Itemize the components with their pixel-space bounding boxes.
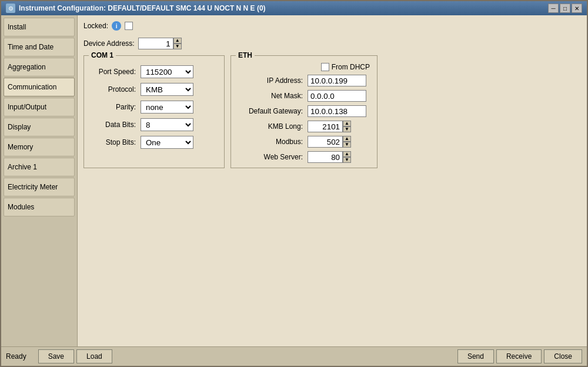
locked-checkbox[interactable] [125, 22, 133, 30]
stop-bits-label: Stop Bits: [89, 138, 136, 146]
net-mask-row: Net Mask: [238, 90, 370, 102]
sidebar-item-communication[interactable]: Communication [4, 78, 75, 96]
sidebar-item-aggregation[interactable]: Aggregation [4, 58, 75, 76]
web-server-up-button[interactable]: ▲ [343, 151, 351, 157]
ip-address-label: IP Address: [238, 76, 303, 85]
send-button[interactable]: Send [457, 349, 494, 363]
device-address-input[interactable] [138, 38, 173, 49]
sidebar-item-memory[interactable]: Memory [4, 138, 75, 156]
web-server-row: Web Server: ▲ ▼ [238, 151, 370, 163]
stop-bits-row: Stop Bits: One Two [89, 136, 219, 149]
eth-group: ETH From DHCP IP Address: Net Mask: [230, 55, 377, 168]
receive-button[interactable]: Receive [496, 349, 542, 363]
left-buttons: Save Load [38, 349, 112, 363]
sidebar-item-archive-1[interactable]: Archive 1 [4, 158, 75, 176]
web-server-input[interactable] [308, 151, 343, 163]
panels-row: COM 1 Port Speed: 115200 57600 38400 192… [83, 55, 581, 168]
port-speed-label: Port Speed: [89, 68, 136, 76]
device-address-label: Device Address: [83, 39, 135, 48]
port-speed-select[interactable]: 115200 57600 38400 19200 9600 [141, 65, 193, 78]
locked-row: Locked: i [83, 21, 581, 31]
parity-select[interactable]: none even odd [141, 101, 193, 114]
sidebar-item-install[interactable]: Install [4, 18, 75, 36]
modbus-label: Modbus: [238, 138, 303, 146]
kmb-long-spinbox: ▲ ▼ [308, 121, 351, 132]
sidebar-item-time-and-date[interactable]: Time and Date [4, 38, 75, 56]
sidebar-item-electricity-meter[interactable]: Electricity Meter [4, 178, 75, 196]
stop-bits-select[interactable]: One Two [141, 136, 193, 149]
info-icon[interactable]: i [112, 21, 121, 31]
from-dhcp-row: From DHCP [238, 63, 370, 71]
sidebar: Install Time and Date Aggregation Commun… [1, 15, 78, 346]
web-server-spinbox: ▲ ▼ [308, 151, 351, 163]
default-gateway-input[interactable] [308, 105, 366, 117]
port-speed-row: Port Speed: 115200 57600 38400 19200 960… [89, 65, 219, 78]
device-address-up-button[interactable]: ▲ [173, 38, 182, 44]
parity-row: Parity: none even odd [89, 101, 219, 114]
maximize-button[interactable]: □ [560, 4, 570, 13]
data-bits-select[interactable]: 8 7 [141, 118, 193, 131]
modbus-down-button[interactable]: ▼ [343, 142, 351, 148]
load-button[interactable]: Load [76, 349, 112, 363]
kmb-long-up-button[interactable]: ▲ [343, 121, 351, 126]
close-button[interactable]: ✕ [572, 4, 582, 13]
from-dhcp-checkbox[interactable] [321, 63, 329, 71]
from-dhcp-label: From DHCP [332, 63, 370, 71]
status-text: Ready [6, 352, 26, 361]
sidebar-item-modules[interactable]: Modules [4, 198, 75, 216]
main-window: ⚙ Instrument Configuration: DEFAULT/DEFA… [0, 0, 588, 367]
content-area: Locked: i Device Address: ▲ ▼ [78, 15, 587, 346]
eth-title: ETH [236, 51, 255, 59]
sidebar-item-input-output[interactable]: Input/Output [4, 98, 75, 116]
bottom-bar: Ready Save Load Send Receive Close [1, 346, 587, 366]
kmb-long-down-button[interactable]: ▼ [343, 126, 351, 132]
modbus-buttons: ▲ ▼ [343, 136, 351, 148]
web-server-down-button[interactable]: ▼ [343, 157, 351, 163]
close-button-bottom[interactable]: Close [544, 349, 582, 363]
net-mask-input[interactable] [308, 90, 366, 102]
device-address-down-button[interactable]: ▼ [173, 44, 182, 49]
locked-label: Locked: [83, 22, 108, 30]
modbus-spinbox: ▲ ▼ [308, 136, 351, 148]
right-buttons: Send Receive Close [457, 349, 582, 363]
main-content: Install Time and Date Aggregation Commun… [1, 15, 587, 346]
web-server-buttons: ▲ ▼ [343, 151, 351, 163]
default-gateway-row: Default Gateway: [238, 105, 370, 117]
modbus-row: Modbus: ▲ ▼ [238, 136, 370, 148]
com1-group: COM 1 Port Speed: 115200 57600 38400 192… [83, 55, 225, 168]
protocol-label: Protocol: [89, 85, 136, 94]
com1-title: COM 1 [89, 51, 116, 59]
ip-address-input[interactable] [308, 75, 366, 86]
data-bits-label: Data Bits: [89, 121, 136, 129]
web-server-label: Web Server: [238, 153, 303, 161]
protocol-row: Protocol: KMB Modbus None [89, 83, 219, 96]
window-title: Instrument Configuration: DEFAULT/DEFAUL… [19, 4, 266, 12]
titlebar: ⚙ Instrument Configuration: DEFAULT/DEFA… [1, 1, 587, 15]
kmb-long-input[interactable] [308, 121, 343, 132]
device-address-spinbox: ▲ ▼ [138, 38, 182, 49]
titlebar-controls: ─ □ ✕ [548, 4, 582, 13]
device-address-spinbox-buttons: ▲ ▼ [173, 38, 182, 49]
modbus-up-button[interactable]: ▲ [343, 136, 351, 142]
sidebar-item-display[interactable]: Display [4, 118, 75, 136]
device-address-row: Device Address: ▲ ▼ [83, 38, 581, 49]
default-gateway-label: Default Gateway: [238, 107, 303, 115]
titlebar-left: ⚙ Instrument Configuration: DEFAULT/DEFA… [6, 4, 266, 13]
parity-label: Parity: [89, 103, 136, 111]
net-mask-label: Net Mask: [238, 92, 303, 100]
modbus-input[interactable] [308, 136, 343, 148]
app-icon: ⚙ [6, 4, 15, 13]
save-button[interactable]: Save [38, 349, 74, 363]
protocol-select[interactable]: KMB Modbus None [141, 83, 193, 96]
ip-address-row: IP Address: [238, 75, 370, 86]
data-bits-row: Data Bits: 8 7 [89, 118, 219, 131]
kmb-long-row: KMB Long: ▲ ▼ [238, 121, 370, 132]
kmb-long-label: KMB Long: [238, 122, 303, 131]
minimize-button[interactable]: ─ [548, 4, 559, 13]
kmb-long-buttons: ▲ ▼ [343, 121, 351, 132]
